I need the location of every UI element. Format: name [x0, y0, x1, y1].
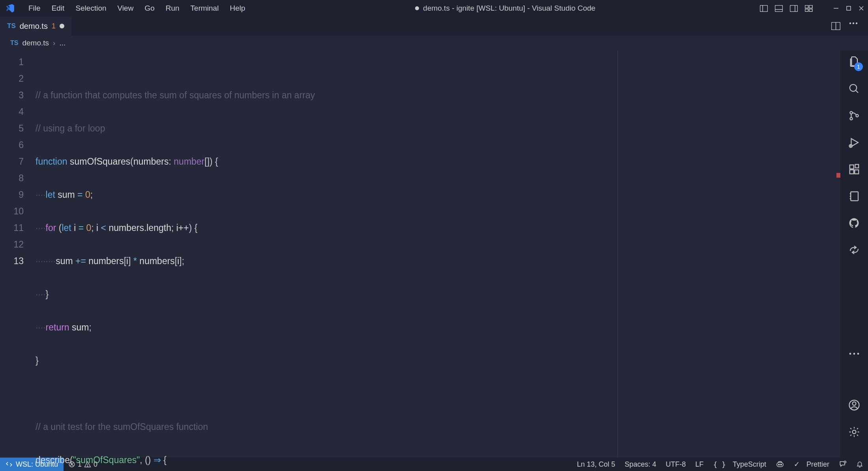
code-text: 0	[85, 190, 90, 200]
line-number: 11	[0, 220, 24, 236]
svg-rect-6	[805, 5, 808, 8]
code-content[interactable]: // a function that computes the sum of s…	[36, 51, 829, 458]
line-number: 7	[0, 153, 24, 170]
window-controls	[760, 5, 864, 12]
source-control-icon[interactable]	[848, 110, 860, 123]
layout-toggle-bottom-icon[interactable]	[775, 5, 783, 12]
code-text: <	[98, 223, 108, 233]
svg-point-22	[850, 117, 852, 120]
menu-file[interactable]: File	[23, 2, 46, 14]
code-text: (	[56, 223, 62, 233]
code-text: sum	[58, 190, 75, 200]
window-title-text: demo.ts - ignite [WSL: Ubuntu] - Visual …	[423, 4, 595, 13]
svg-point-23	[856, 114, 858, 117]
code-text: }	[46, 289, 49, 299]
code-text: sum	[56, 256, 73, 266]
line-number: 3	[0, 87, 24, 103]
close-button[interactable]	[859, 6, 864, 11]
code-text: // using a for loop	[36, 123, 105, 133]
more-icon[interactable]	[849, 349, 859, 357]
code-text: numbers	[108, 223, 144, 233]
svg-rect-9	[809, 9, 812, 11]
menu-help[interactable]: Help	[224, 2, 251, 14]
feedback-icon[interactable]	[834, 460, 851, 469]
line-number: 12	[0, 236, 24, 253]
menu-run[interactable]: Run	[160, 2, 185, 14]
settings-gear-icon[interactable]	[848, 426, 860, 439]
code-text: []	[204, 156, 210, 167]
code-text: // a function that computes the sum of s…	[36, 90, 315, 100]
layout-toggle-right-icon[interactable]	[790, 5, 798, 12]
code-text: // a unit test for the sumOfSquares func…	[36, 422, 208, 432]
breadcrumb-file[interactable]: demo.ts	[22, 39, 49, 47]
dirty-dot-icon	[415, 6, 419, 10]
search-icon[interactable]	[848, 83, 860, 96]
menu-selection[interactable]: Selection	[70, 2, 112, 14]
svg-point-39	[853, 430, 856, 434]
title-bar: File Edit Selection View Go Run Terminal…	[0, 0, 868, 17]
svg-rect-8	[805, 9, 808, 11]
explorer-icon[interactable]: 1	[848, 55, 861, 69]
svg-rect-11	[847, 6, 851, 10]
menu-terminal[interactable]: Terminal	[185, 2, 224, 14]
svg-rect-30	[851, 192, 858, 201]
menu-go[interactable]: Go	[139, 2, 160, 14]
svg-rect-2	[775, 5, 783, 11]
more-actions-icon[interactable]	[849, 22, 858, 30]
code-text: return	[46, 322, 69, 332]
extensions-icon[interactable]	[848, 163, 860, 177]
svg-rect-28	[855, 170, 859, 174]
svg-rect-29	[855, 165, 859, 168]
minimap-error-marker	[836, 173, 840, 178]
code-text: let	[62, 223, 71, 233]
code-text: 0	[86, 223, 92, 233]
line-number: 4	[0, 103, 24, 120]
svg-point-16	[849, 23, 851, 24]
code-text: }	[36, 355, 39, 366]
svg-rect-26	[850, 165, 854, 169]
github-icon[interactable]	[848, 217, 860, 231]
maximize-button[interactable]	[846, 6, 851, 11]
code-text: "sumOfSquares"	[73, 455, 140, 465]
code-text: ;	[90, 190, 93, 200]
run-debug-icon[interactable]	[848, 137, 860, 150]
code-text: sum	[72, 322, 89, 332]
accounts-icon[interactable]	[848, 399, 860, 413]
code-text: (	[70, 455, 73, 465]
typescript-icon: TS	[7, 22, 16, 30]
code-text: {	[163, 455, 166, 465]
svg-rect-7	[809, 5, 812, 8]
code-text: +=	[73, 256, 89, 266]
live-share-icon[interactable]	[848, 244, 860, 257]
code-text: :	[169, 156, 174, 167]
line-number: 8	[0, 170, 24, 186]
menu-edit[interactable]: Edit	[46, 2, 70, 14]
split-editor-icon[interactable]	[831, 22, 840, 30]
svg-point-35	[853, 353, 855, 355]
menu-view[interactable]: View	[112, 2, 139, 14]
svg-rect-27	[850, 170, 854, 174]
breadcrumb-symbol[interactable]: ...	[59, 39, 65, 47]
notebook-icon[interactable]	[848, 190, 860, 204]
code-text: length	[146, 223, 171, 233]
layout-toggle-left-icon[interactable]	[760, 5, 768, 12]
line-number: 2	[0, 70, 24, 87]
code-text: ]	[128, 256, 133, 266]
code-text: ⇒	[151, 455, 163, 465]
code-text: for	[46, 223, 56, 233]
layout-customize-icon[interactable]	[805, 5, 813, 12]
tab-demo-ts[interactable]: TS demo.ts 1	[0, 17, 71, 36]
bell-icon[interactable]	[851, 460, 868, 469]
svg-rect-4	[790, 5, 798, 11]
main-area: 1 2 3 4 5 6 7 8 9 10 11 12 13 // a funct…	[0, 51, 868, 458]
code-text: numbers	[88, 256, 123, 266]
code-text: let	[46, 190, 55, 200]
code-text: number	[174, 156, 204, 167]
editor-ruler	[617, 51, 618, 458]
minimap[interactable]	[829, 51, 840, 458]
breadcrumb[interactable]: TS demo.ts › ...	[0, 36, 868, 51]
minimize-button[interactable]	[833, 6, 839, 11]
editor[interactable]: 1 2 3 4 5 6 7 8 9 10 11 12 13 // a funct…	[0, 51, 840, 458]
svg-point-38	[853, 402, 856, 405]
tab-dirty-icon	[60, 24, 64, 28]
